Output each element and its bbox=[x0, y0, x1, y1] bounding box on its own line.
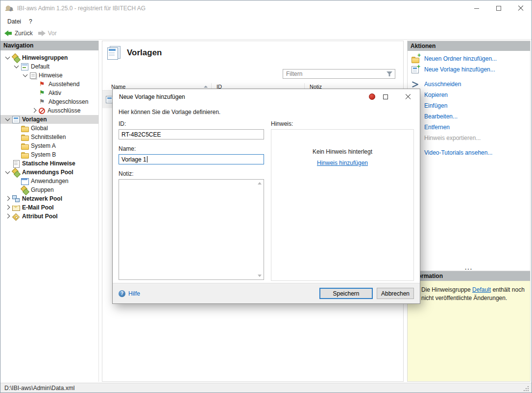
add-hinweis-link[interactable]: Hinweis hinzufügen bbox=[317, 160, 368, 166]
navigation-tree: Hinweisgruppen Default Hinweise Ausstehe… bbox=[0, 50, 98, 221]
forbidden-icon bbox=[39, 108, 45, 114]
tree-item-netzwerk-pool[interactable]: Netzwerk Pool bbox=[0, 194, 98, 203]
red-circle-icon bbox=[369, 93, 375, 100]
chevron-spacer bbox=[3, 159, 12, 168]
tree-item-statische-hinweise[interactable]: Statische Hinweise bbox=[0, 159, 98, 168]
red-flag-icon bbox=[39, 81, 46, 88]
tree-item-vorlagen[interactable]: Vorlagen bbox=[0, 115, 98, 124]
action-cut[interactable]: Ausschneiden bbox=[408, 79, 530, 90]
hinweis-panel: Kein Hinweis hinterlegt Hinweis hinzufüg… bbox=[271, 129, 414, 281]
action-list: Neuen Ordner hinzufügen... Neue Vorlage … bbox=[408, 51, 530, 158]
action-new-template[interactable]: Neue Vorlage hinzufügen... bbox=[408, 64, 530, 75]
tree-item-system-b[interactable]: System B bbox=[0, 150, 98, 159]
chevron-spacer bbox=[12, 133, 21, 141]
back-arrow-icon bbox=[4, 30, 12, 36]
help-icon bbox=[119, 290, 125, 297]
default-group-link[interactable]: Default bbox=[472, 286, 491, 293]
tree-item-aktiv[interactable]: Aktiv bbox=[0, 89, 98, 97]
chevron-spacer bbox=[12, 177, 21, 185]
new-template-icon bbox=[411, 66, 419, 73]
chevron-down-icon[interactable] bbox=[12, 62, 21, 71]
help-button[interactable]: Hilfe bbox=[119, 290, 140, 297]
action-new-folder[interactable]: Neuen Ordner hinzufügen... bbox=[408, 53, 530, 64]
tree-item-anwendungs-pool[interactable]: Anwendungs Pool bbox=[0, 168, 98, 177]
tree-item-hinweise[interactable]: Hinweise bbox=[0, 71, 98, 80]
close-icon bbox=[405, 94, 411, 100]
name-label: Name: bbox=[119, 145, 264, 152]
new-template-dialog: Neue Vorlage hinzufügen Hier können Sie … bbox=[112, 89, 420, 304]
chevron-spacer bbox=[12, 150, 21, 159]
toolbar: Zurück Vor bbox=[0, 27, 532, 40]
status-path: D:\IBI-aws\Admin\Data.xml bbox=[4, 385, 74, 392]
forward-button[interactable]: Vor bbox=[38, 30, 57, 37]
tree-item-default[interactable]: Default bbox=[0, 62, 98, 71]
cancel-button[interactable]: Abbrechen bbox=[377, 288, 414, 299]
dialog-titlebar[interactable]: Neue Vorlage hinzufügen bbox=[113, 89, 420, 104]
action-paste[interactable]: Einfügen bbox=[408, 100, 530, 111]
menubar: Datei ? bbox=[0, 16, 532, 27]
action-edit[interactable]: Bearbeiten... bbox=[408, 111, 530, 122]
information-panel: Information Die Hinweisgruppe Default en… bbox=[407, 271, 531, 382]
tree-item-system-a[interactable]: System A bbox=[0, 141, 98, 150]
name-input[interactable]: Vorlage 1 bbox=[119, 154, 264, 164]
chevron-spacer bbox=[12, 141, 21, 150]
forward-arrow-icon bbox=[38, 30, 46, 36]
close-button[interactable] bbox=[509, 0, 532, 16]
notiz-textarea[interactable] bbox=[119, 179, 264, 280]
id-input[interactable] bbox=[119, 129, 264, 139]
tree-item-email-pool[interactable]: E-Mail Pool bbox=[0, 203, 98, 212]
action-remove[interactable]: Entfernen bbox=[408, 122, 530, 133]
folder-icon bbox=[21, 151, 28, 159]
folder-icon bbox=[21, 125, 28, 132]
actions-panel: Aktionen Neuen Ordner hinzufügen... Neue… bbox=[407, 41, 531, 271]
chevron-right-icon[interactable] bbox=[3, 203, 12, 212]
tree-item-ausstehend[interactable]: Ausstehend bbox=[0, 80, 98, 89]
tree-item-ausschluesse[interactable]: Ausschlüsse bbox=[0, 106, 98, 115]
resize-grip-icon[interactable] bbox=[524, 385, 530, 391]
tree-item-schnittstellen[interactable]: Schnittstellen bbox=[0, 133, 98, 141]
sort-ascending-icon bbox=[204, 86, 208, 88]
dialog-maximize-button[interactable] bbox=[382, 93, 389, 101]
dialog-description: Hier können Sie die Vorlage definieren. bbox=[119, 109, 414, 116]
scroll-down-icon[interactable] bbox=[258, 275, 262, 277]
menu-datei[interactable]: Datei bbox=[7, 18, 21, 25]
information-header: Information bbox=[408, 271, 530, 281]
action-export-hint[interactable]: Hinweis exportieren... bbox=[408, 133, 530, 143]
maximize-button[interactable] bbox=[487, 0, 509, 16]
filter-input[interactable] bbox=[283, 69, 395, 79]
chevron-spacer bbox=[12, 124, 21, 133]
tree-item-hinweisgruppen[interactable]: Hinweisgruppen bbox=[0, 53, 98, 62]
plus-badge-icon bbox=[417, 64, 420, 69]
save-button[interactable]: Speichern bbox=[319, 288, 373, 299]
tree-item-abgeschlossen[interactable]: Abgeschlossen bbox=[0, 97, 98, 106]
actions-overflow: ... bbox=[408, 265, 530, 271]
back-button[interactable]: Zurück bbox=[4, 30, 33, 37]
chevron-right-icon[interactable] bbox=[3, 194, 12, 203]
action-copy[interactable]: Kopieren bbox=[408, 90, 530, 100]
menu-help[interactable]: ? bbox=[29, 18, 32, 25]
chevron-down-icon[interactable] bbox=[3, 115, 12, 124]
window-icon bbox=[21, 178, 28, 185]
action-video-tutorials[interactable]: Video-Tutorials ansehen... bbox=[408, 147, 530, 158]
navigation-header: Navigation bbox=[0, 41, 98, 50]
dialog-close-button[interactable] bbox=[404, 93, 412, 101]
tree-item-anwendungen[interactable]: Anwendungen bbox=[0, 177, 98, 185]
chevron-spacer bbox=[30, 97, 39, 106]
chevron-down-icon[interactable] bbox=[3, 168, 12, 177]
chevron-right-icon[interactable] bbox=[30, 106, 39, 115]
id-label: ID: bbox=[119, 120, 264, 127]
tree-item-attribut-pool[interactable]: Attribut Pool bbox=[0, 212, 98, 221]
chevron-spacer bbox=[12, 185, 21, 194]
tree-item-gruppen[interactable]: Gruppen bbox=[0, 185, 98, 194]
network-icon bbox=[12, 195, 20, 203]
minimize-button[interactable] bbox=[465, 0, 487, 16]
chevron-right-icon[interactable] bbox=[3, 212, 12, 221]
mail-icon bbox=[12, 204, 20, 211]
chevron-down-icon[interactable] bbox=[21, 71, 30, 80]
tree-item-global[interactable]: Global bbox=[0, 124, 98, 133]
tag-icon bbox=[12, 213, 20, 220]
app-window: IBI-aws Admin 1.25.0 - registriert für I… bbox=[0, 0, 532, 393]
chevron-spacer bbox=[30, 89, 39, 97]
chevron-down-icon[interactable] bbox=[3, 53, 12, 62]
scroll-up-icon[interactable] bbox=[258, 182, 262, 185]
